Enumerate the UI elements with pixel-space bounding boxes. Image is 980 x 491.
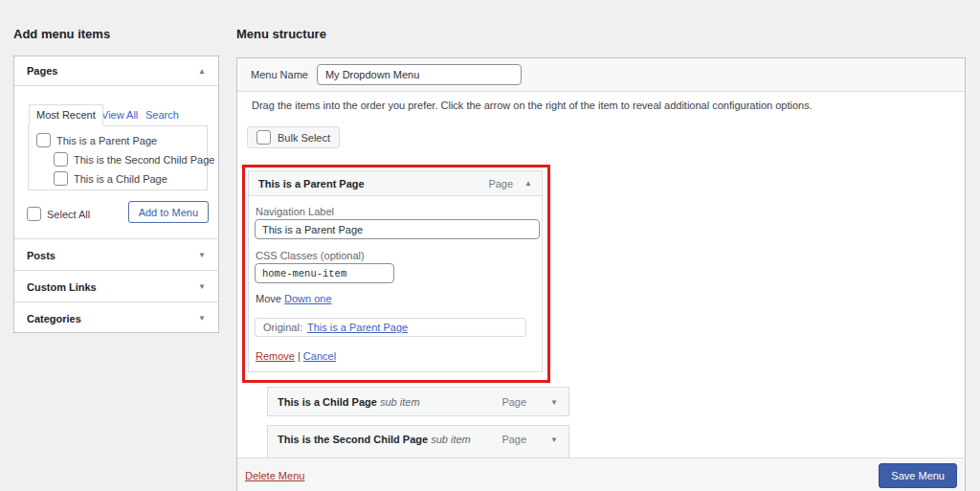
menu-item-title: This is a Child Page [278,396,377,408]
sub-item-label: sub item [431,434,471,445]
menu-item-settings-panel: Navigation Label CSS Classes (optional) … [248,196,543,372]
menu-item-type-label: Page [501,434,526,445]
categories-panel-title: Categories [27,313,81,324]
chevron-down-icon: ▼ [198,314,206,323]
menu-item-parent-header[interactable]: This is a Parent Page Page ▲ [248,170,543,196]
sub-item-label: sub item [380,396,420,408]
move-down-one-link[interactable]: Down one [284,293,332,304]
menu-footer: Delete Menu Save Menu [237,458,965,491]
list-item: This is a Parent Page [36,133,199,147]
separator: | [298,350,301,362]
tab-view-all[interactable]: View All [101,109,138,121]
menu-item-title: This is the Second Child Page [278,434,428,445]
pages-checklist: This is a Parent Page This is the Second… [28,125,208,190]
move-controls: Move Down one [256,293,332,304]
select-all-label: Select All [47,209,90,220]
select-all-control: Select All [27,207,90,221]
navigation-label-input[interactable] [255,219,540,239]
chevron-down-icon: ▼ [198,251,206,259]
add-menu-items-panel: Pages ▲ Most Recent View All Search This… [13,56,219,333]
chevron-down-icon[interactable]: ▼ [550,398,558,407]
menu-name-label: Menu Name [251,69,308,80]
menu-item-child-1-header[interactable]: This is a Child Page sub item Page ▼ [267,387,569,416]
chevron-down-icon: ▼ [198,282,206,291]
custom-links-panel-title: Custom Links [27,281,97,293]
add-to-menu-button[interactable]: Add to Menu [128,201,209,223]
cancel-link[interactable]: Cancel [303,350,336,362]
drag-instructions: Drag the items into the order you prefer… [252,100,813,111]
chevron-up-icon: ▲ [198,67,206,76]
chevron-down-icon[interactable]: ▼ [550,435,558,444]
tab-most-recent[interactable]: Most Recent [29,104,103,126]
select-all-checkbox[interactable] [27,207,41,221]
menu-item-type-label: Page [488,178,513,190]
page-option-label: This is the Second Child Page [74,154,214,166]
original-label: Original: [263,322,302,333]
accordion-pages-header[interactable]: Pages ▲ [14,56,218,86]
save-menu-button[interactable]: Save Menu [879,463,957,488]
menu-name-row: Menu Name [237,58,965,92]
css-classes-input[interactable] [255,263,394,283]
bulk-select-label: Bulk Select [278,132,330,144]
item-action-links: Remove|Cancel [256,350,336,362]
remove-link[interactable]: Remove [256,350,295,362]
chevron-up-icon[interactable]: ▲ [524,179,532,188]
menu-item-title: This is a Parent Page [258,178,488,190]
accordion-categories-header[interactable]: Categories ▼ [14,301,218,334]
wp-menus-screen: Add menu items Pages ▲ Most Recent View … [0,0,980,491]
original-page-link[interactable]: This is a Parent Page [307,322,408,333]
accordion-custom-links-header[interactable]: Custom Links ▼ [14,270,218,302]
bulk-select-control[interactable]: Bulk Select [247,126,340,148]
page-checkbox[interactable] [54,152,68,167]
posts-panel-title: Posts [27,250,56,261]
menu-item-type-label: Page [501,396,526,408]
delete-menu-link[interactable]: Delete Menu [245,470,304,481]
page-option-label: This is a Child Page [74,173,167,185]
menu-structure-panel: Menu Name Drag the items into the order … [236,57,966,491]
tab-search[interactable]: Search [145,109,179,121]
bulk-select-checkbox[interactable] [256,130,271,145]
pages-panel-title: Pages [27,65,57,77]
list-item: This is the Second Child Page [54,152,199,167]
page-checkbox[interactable] [36,133,51,147]
page-checkbox[interactable] [54,171,68,186]
navigation-label-label: Navigation Label [256,206,334,217]
menu-structure-heading: Menu structure [236,27,326,41]
page-option-label: This is a Parent Page [56,135,157,146]
add-menu-items-heading: Add menu items [13,27,110,41]
move-label: Move [256,293,281,304]
list-item: This is a Child Page [54,171,199,186]
original-page-box: Original: This is a Parent Page [255,318,526,337]
menu-name-input[interactable] [317,64,522,85]
accordion-posts-header[interactable]: Posts ▼ [14,238,218,271]
css-classes-label: CSS Classes (optional) [256,250,365,261]
